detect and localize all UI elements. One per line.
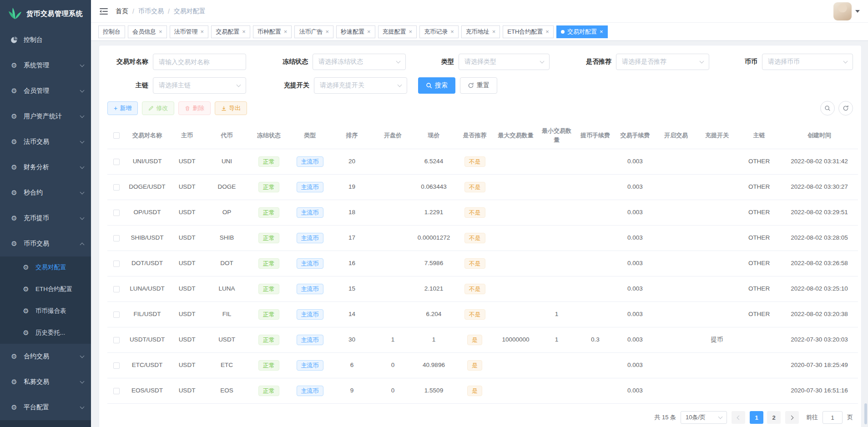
breadcrumb-home[interactable]: 首页 <box>116 7 128 15</box>
sidebar-item-1[interactable]: ⚙系统管理 <box>0 53 91 78</box>
tab-1[interactable]: 会员信息× <box>128 25 167 38</box>
reset-button[interactable]: 重置 <box>460 77 497 94</box>
cell: OP <box>205 200 248 226</box>
sidebar-item-3[interactable]: ⚙用户资产统计 <box>0 104 91 129</box>
cell: 正常 <box>248 327 289 353</box>
close-icon[interactable]: × <box>409 29 413 35</box>
row-checkbox[interactable] <box>113 235 120 241</box>
close-icon[interactable]: × <box>201 29 204 35</box>
cell: SHIB <box>205 226 248 251</box>
next-page-button[interactable] <box>785 411 799 424</box>
close-icon[interactable]: × <box>159 29 162 35</box>
edit-button[interactable]: 修改 <box>142 101 174 115</box>
goto-page-input[interactable] <box>823 411 843 424</box>
filter-select-1[interactable]: 请选择冻结状态 <box>313 54 406 70</box>
scrollbar-thumb[interactable] <box>864 403 867 424</box>
hamburger-icon[interactable] <box>99 7 108 15</box>
row-checkbox[interactable] <box>113 261 120 267</box>
chevron-down-icon[interactable] <box>855 10 860 13</box>
tab-4[interactable]: 币种配置× <box>253 25 292 38</box>
page-button-2[interactable]: 2 <box>767 411 781 424</box>
cell <box>737 378 781 404</box>
gear-icon: ⚙ <box>10 403 18 412</box>
tab-11[interactable]: 交易对配置× <box>556 25 608 38</box>
filter-select-2[interactable]: 请选择类型 <box>459 54 550 70</box>
close-icon[interactable]: × <box>492 29 496 35</box>
row-checkbox[interactable] <box>113 388 120 394</box>
sidebar-menu: 控制台⚙系统管理⚙会员管理⚙用户资产统计⚙法币交易⚙财务分析⚙秒合约⚙充币提币⚙… <box>0 27 91 420</box>
cell <box>656 327 696 353</box>
column-header: 最小交易数量 <box>537 122 576 149</box>
close-icon[interactable]: × <box>450 29 454 35</box>
refresh-icon <box>468 82 474 89</box>
sidebar-item-11[interactable]: ⚙平台配置 <box>0 395 91 420</box>
close-icon[interactable]: × <box>600 29 603 35</box>
tab-10[interactable]: ETH合约配置× <box>503 25 554 38</box>
delete-button[interactable]: 删除 <box>178 101 211 115</box>
cell <box>696 200 737 226</box>
tab-9[interactable]: 充币地址× <box>461 25 500 38</box>
sidebar-item-10[interactable]: ⚙私募交易 <box>0 369 91 395</box>
sidebar-subitem-1[interactable]: ⚙ETH合约配置 <box>0 278 91 300</box>
sidebar-item-9[interactable]: ⚙合约交易 <box>0 344 91 369</box>
search-button[interactable]: 搜索 <box>418 77 455 94</box>
filter-select-4[interactable]: 请选择币币 <box>762 54 853 70</box>
row-checkbox-cell <box>107 149 126 175</box>
user-avatar[interactable] <box>833 2 852 20</box>
cell: 0.3 <box>576 327 615 353</box>
header-checkbox-cell <box>107 122 126 149</box>
filter-select-3[interactable]: 请选择是否推荐 <box>616 54 709 70</box>
sidebar-subitem-0[interactable]: ⚙交易对配置 <box>0 256 91 278</box>
cell: 是 <box>455 353 494 378</box>
cell <box>656 378 696 404</box>
row-checkbox[interactable] <box>113 337 120 343</box>
close-icon[interactable]: × <box>242 29 246 35</box>
row-checkbox[interactable] <box>113 362 120 369</box>
close-icon[interactable]: × <box>325 29 329 35</box>
sidebar-subitem-3[interactable]: ⚙历史委托... <box>0 322 91 344</box>
export-button[interactable]: 导出 <box>215 101 247 115</box>
sidebar-item-label: 控制台 <box>24 36 84 44</box>
tab-label: 秒速配置 <box>341 28 364 36</box>
select-all-checkbox[interactable] <box>113 132 120 139</box>
add-button[interactable]: + 新增 <box>107 101 138 115</box>
close-icon[interactable]: × <box>367 29 371 35</box>
sidebar-item-4[interactable]: ⚙法币交易 <box>0 129 91 155</box>
cell <box>576 200 615 226</box>
refresh-table-button[interactable] <box>838 101 853 116</box>
filter-select-6[interactable]: 请选择充提开关 <box>314 77 407 94</box>
filter-select-5[interactable]: 请选择主链 <box>153 77 246 94</box>
close-icon[interactable]: × <box>284 29 288 35</box>
sidebar-item-8[interactable]: ⚙币币交易 <box>0 231 91 256</box>
sidebar-item-6[interactable]: ⚙秒合约 <box>0 180 91 206</box>
tab-6[interactable]: 秒速配置× <box>336 25 375 38</box>
tab-3[interactable]: 交易配置× <box>211 25 250 38</box>
prev-page-button[interactable] <box>732 411 745 424</box>
sidebar-item-0[interactable]: 控制台 <box>0 27 91 53</box>
row-checkbox[interactable] <box>113 286 120 292</box>
cell: USDT <box>169 251 205 276</box>
dashboard-icon <box>10 36 18 44</box>
tab-2[interactable]: 法币管理× <box>170 25 209 38</box>
show-search-button[interactable] <box>820 101 835 116</box>
tab-0[interactable]: 控制台 <box>98 25 125 38</box>
sidebar-item-7[interactable]: ⚙充币提币 <box>0 206 91 231</box>
cell <box>656 302 696 327</box>
close-icon[interactable]: × <box>545 29 549 35</box>
row-checkbox[interactable] <box>113 311 120 318</box>
tab-7[interactable]: 充提配置× <box>378 25 417 38</box>
goto-label: 前往 <box>806 413 818 422</box>
tab-8[interactable]: 充币记录× <box>419 25 459 38</box>
tab-5[interactable]: 法币广告× <box>294 25 333 38</box>
sidebar-item-5[interactable]: ⚙财务分析 <box>0 155 91 180</box>
sidebar-item-2[interactable]: ⚙会员管理 <box>0 78 91 104</box>
cell: LUNA/USDT <box>126 276 169 302</box>
row-checkbox[interactable] <box>113 159 120 165</box>
row-checkbox[interactable] <box>113 184 120 191</box>
row-checkbox[interactable] <box>113 210 120 216</box>
page-button-1[interactable]: 1 <box>750 411 763 424</box>
page-size-select[interactable]: 10条/页 <box>681 411 727 424</box>
sidebar-subitem-2[interactable]: ⚙币币撮合表 <box>0 300 91 322</box>
sidebar-item-label: 系统管理 <box>24 61 81 70</box>
pair-name-input[interactable] <box>153 54 246 70</box>
